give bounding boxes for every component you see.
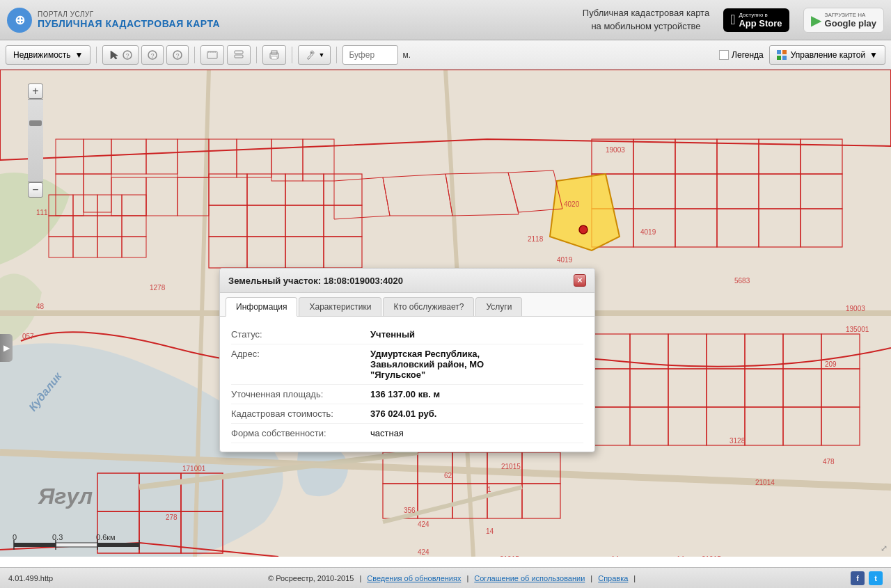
legend-checkbox[interactable] (719, 50, 729, 60)
map-num-19003-right: 19003 (846, 305, 865, 312)
status-label: Статус: (231, 329, 370, 340)
measure-tool-button[interactable] (200, 45, 224, 65)
map-num-111: 111 (36, 209, 48, 216)
print-tool-button[interactable] (262, 45, 286, 65)
dropdown-icon: ▼ (75, 50, 84, 60)
popup-close-button[interactable]: × (574, 274, 586, 287)
footer-sep-1: | (359, 574, 361, 582)
logo-area: ⊕ ПОРТАЛ УСЛУГ ПУБЛИЧНАЯ КАДАСТРОВАЯ КАР… (7, 8, 220, 33)
footer-sep-4: | (633, 574, 636, 582)
status-value: Учтенный (370, 329, 583, 340)
settings-tool-button[interactable]: ▼ (298, 45, 331, 65)
popup-tabs: Информация Характеристики Кто обслуживае… (220, 293, 594, 317)
facebook-icon[interactable]: f (851, 571, 865, 585)
appstore-button[interactable]:  Доступно в App Store (723, 8, 789, 32)
map-num-48: 48 (36, 303, 44, 310)
info2-tool-button[interactable]: ? (166, 45, 189, 65)
map-num-171001-left: 171001 (182, 465, 205, 472)
map-num-4020: 4020 (564, 200, 579, 208)
footer-link-agreement[interactable]: Соглашение об использовании (474, 574, 585, 582)
map-num-19003-top: 19003 (606, 146, 625, 154)
map-num-1278: 1278 (150, 284, 165, 292)
map-num-2118: 2118 (528, 235, 543, 243)
area-value: 136 137.00 кв. м (370, 389, 583, 399)
buffer-unit: м. (402, 50, 411, 60)
address-value: Удмуртская Республика,Завьяловский район… (370, 349, 583, 380)
side-panel-toggle[interactable]: ▶ (0, 334, 13, 362)
svg-rect-11 (235, 51, 243, 54)
dropdown-small-icon: ▼ (318, 51, 324, 58)
toolbar-separator-3 (256, 47, 257, 63)
measure-icon (207, 49, 218, 61)
googleplay-text: ЗАГРУЗИТЕ НА Google play (825, 12, 876, 29)
map-num-424-bot: 424 (418, 548, 429, 556)
zoom-out-button[interactable]: − (28, 182, 43, 198)
footer-link-updates[interactable]: Сведения об обновлениях (367, 574, 461, 582)
logo-text-area: ПОРТАЛ УСЛУГ ПУБЛИЧНАЯ КАДАСТРОВАЯ КАРТА (38, 10, 220, 29)
svg-text:?: ? (176, 52, 180, 59)
cursor-tool-button[interactable]: ? (102, 45, 139, 65)
svg-text:?: ? (151, 52, 155, 59)
svg-rect-121 (97, 543, 139, 547)
mobile-text: Публичная кадастровая карта на мобильном… (583, 7, 709, 32)
map-num-478: 478 (823, 458, 835, 466)
scale-label-0: 0 (13, 533, 17, 541)
cost-value: 376 024.01 руб. (370, 408, 583, 419)
scale-label-03: 0.3 (52, 533, 63, 541)
tab-services[interactable]: Услуги (475, 297, 522, 316)
map-num-14-m: 14 (611, 555, 619, 557)
footer-social: f t (851, 571, 883, 585)
layers-tool-button[interactable] (227, 45, 251, 65)
tab-info[interactable]: Информация (226, 297, 297, 317)
logo-icon: ⊕ (7, 8, 32, 33)
buffer-input[interactable] (342, 45, 398, 65)
googleplay-icon: ▶ (811, 12, 821, 29)
map-num-62: 62 (444, 472, 452, 479)
zoom-in-button[interactable]: + (28, 84, 43, 99)
svg-rect-15 (271, 56, 277, 59)
map-num-4019-left: 4019 (557, 256, 572, 264)
toolbar-separator-2 (194, 47, 195, 63)
resize-handle[interactable]: ⤢ (881, 543, 888, 553)
map-num-21015-top: 21015 (501, 463, 521, 470)
map-num-1: 1 (487, 486, 491, 493)
toolbar-right: Легенда Управление картой ▼ (719, 45, 885, 65)
header: ⊕ ПОРТАЛ УСЛУГ ПУБЛИЧНАЯ КАДАСТРОВАЯ КАР… (0, 0, 891, 40)
manage-map-button[interactable]: Управление картой ▼ (769, 45, 885, 65)
grid-icon (777, 50, 787, 60)
footer: 4.01.499.http © Росреестр, 2010-2015 | С… (0, 567, 891, 588)
googleplay-button[interactable]: ▶ ЗАГРУЗИТЕ НА Google play (803, 8, 884, 33)
footer-link-help[interactable]: Справка (598, 574, 628, 582)
svg-rect-120 (56, 543, 97, 547)
info-tool-button[interactable]: ? (141, 45, 164, 65)
ownership-label: Форма собственности: (231, 428, 370, 438)
svg-point-116 (579, 225, 588, 234)
twitter-icon[interactable]: t (869, 571, 883, 585)
map-num-5683: 5683 (734, 277, 750, 285)
cursor-icon (109, 49, 120, 61)
header-right: Публичная кадастровая карта на мобильном… (583, 7, 884, 32)
map-num-5128: 3128 (730, 437, 745, 445)
tab-who-serves[interactable]: Кто обслуживает? (383, 297, 474, 316)
svg-rect-12 (235, 55, 243, 58)
print-icon (269, 49, 280, 61)
legend-button[interactable]: Легенда (719, 50, 764, 60)
zoom-slider[interactable] (28, 99, 43, 182)
map-num-057: 057 (22, 333, 34, 340)
svg-rect-119 (14, 543, 56, 547)
footer-center: © Росреестр, 2010-2015 | Сведения об обн… (268, 574, 636, 582)
map-area[interactable]: 0 0.3 0.6км 19003 4020 4019 4019 2118 56… (0, 70, 891, 557)
arrow-icon: ▶ (3, 343, 10, 353)
map-num-21015-bottom-r: 21015 (702, 555, 721, 557)
info2-icon: ? (173, 50, 182, 60)
yagul-label: Ягул (38, 484, 93, 509)
zoom-handle[interactable] (29, 120, 42, 126)
popup-header: Земельный участок: 18:08:019003:4020 × (220, 269, 594, 293)
tab-characteristics[interactable]: Характеристики (299, 297, 381, 316)
toolbar-separator-4 (292, 47, 292, 63)
dropdown-icon-manage: ▼ (869, 50, 878, 60)
toolbar: Недвижимость ▼ ? ? ? ▼ м. Легенда (0, 40, 891, 70)
svg-point-16 (311, 51, 313, 54)
nedvizh-dropdown[interactable]: Недвижимость ▼ (6, 45, 90, 65)
map-num-21014: 21014 (755, 479, 775, 486)
